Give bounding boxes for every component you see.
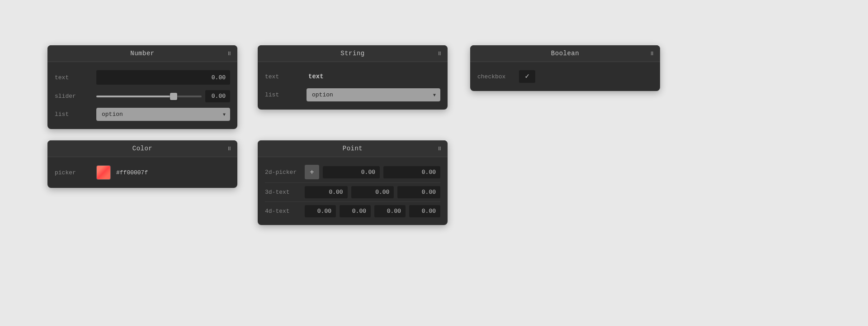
color-swatch[interactable] xyxy=(96,165,111,180)
color-hex-value: #ff00007f xyxy=(116,169,230,176)
boolean-card-title: Boolean xyxy=(551,50,579,57)
number-text-row: text 0.00 xyxy=(55,67,230,87)
number-card-icon: ⏸ xyxy=(226,50,232,57)
boolean-checkbox[interactable]: ✓ xyxy=(519,70,535,83)
color-card-body: picker #ff00007f xyxy=(47,157,237,188)
number-card-header: Number ⏸ xyxy=(47,45,237,62)
number-text-input-wrap[interactable]: 0.00 xyxy=(96,70,230,85)
point-card-icon: ⏸ xyxy=(437,145,442,152)
point-3d-y-input[interactable] xyxy=(351,186,394,198)
number-slider[interactable] xyxy=(96,96,202,97)
number-slider-label: slider xyxy=(55,93,91,100)
point-2d-label: 2d-picker xyxy=(265,169,301,176)
string-list-row: list option option2 option3 ▼ xyxy=(265,86,440,104)
color-card-header: Color ⏸ xyxy=(47,140,237,157)
string-list-label: list xyxy=(265,91,301,98)
boolean-card-header: Boolean ⏸ xyxy=(470,45,660,62)
point-2d-button[interactable]: + xyxy=(305,165,319,179)
string-card-title: String xyxy=(340,50,364,57)
number-card: Number ⏸ text 0.00 slider 0.00 xyxy=(47,45,237,129)
string-text-value: text xyxy=(307,70,440,83)
point-2d-x-input[interactable] xyxy=(323,166,380,178)
number-text-value: 0.00 xyxy=(212,74,226,81)
point-3d-row: 3d-text xyxy=(265,184,440,201)
point-4d-z-input[interactable] xyxy=(374,205,406,217)
string-card-body: text text list option option2 option3 ▼ xyxy=(258,62,448,110)
number-card-title: Number xyxy=(130,50,154,57)
boolean-checkbox-row: checkbox ✓ xyxy=(477,67,653,86)
string-list-dropdown-wrap: option option2 option3 ▼ xyxy=(307,88,440,101)
point-3d-z-input[interactable] xyxy=(397,186,440,198)
color-card: Color ⏸ picker #ff00007f xyxy=(47,140,237,188)
number-slider-value: 0.00 xyxy=(205,90,230,102)
boolean-card: Boolean ⏸ checkbox ✓ xyxy=(470,45,660,91)
point-3d-label: 3d-text xyxy=(265,189,301,196)
color-card-title: Color xyxy=(132,145,153,152)
number-card-body: text 0.00 slider 0.00 list optio xyxy=(47,62,237,129)
point-4d-w-input[interactable] xyxy=(409,205,440,217)
point-card: Point ⏸ 2d-picker + 3d-text 4d-text xyxy=(258,140,448,225)
color-picker-row: picker #ff00007f xyxy=(55,163,230,182)
point-2d-row: 2d-picker + xyxy=(265,163,440,182)
point-card-header: Point ⏸ xyxy=(258,140,448,157)
boolean-checkmark: ✓ xyxy=(525,73,529,80)
point-4d-x-input[interactable] xyxy=(305,205,336,217)
point-card-title: Point xyxy=(343,145,363,152)
number-slider-row: slider 0.00 xyxy=(55,87,230,105)
point-4d-y-input[interactable] xyxy=(340,205,371,217)
string-card-header: String ⏸ xyxy=(258,45,448,62)
string-text-label: text xyxy=(265,73,301,80)
number-list-label: list xyxy=(55,111,91,118)
boolean-card-icon: ⏸ xyxy=(649,50,655,57)
boolean-checkbox-label: checkbox xyxy=(477,73,514,80)
color-card-icon: ⏸ xyxy=(226,145,232,152)
string-card: String ⏸ text text list option option2 o… xyxy=(258,45,448,110)
string-card-icon: ⏸ xyxy=(437,50,442,57)
number-list-row: list option option2 option3 ▼ xyxy=(55,105,230,124)
point-card-body: 2d-picker + 3d-text 4d-text xyxy=(258,157,448,225)
point-4d-row: 4d-text xyxy=(265,203,440,220)
number-list-dropdown-wrap: option option2 option3 ▼ xyxy=(96,108,230,121)
string-list-select[interactable]: option option2 option3 xyxy=(307,88,440,101)
number-list-select[interactable]: option option2 option3 xyxy=(96,108,230,121)
string-text-row: text text xyxy=(265,67,440,86)
color-picker-label: picker xyxy=(55,169,91,176)
number-text-label: text xyxy=(55,74,91,81)
number-slider-wrap: 0.00 xyxy=(96,90,230,102)
point-4d-label: 4d-text xyxy=(265,208,301,215)
number-text-input[interactable] xyxy=(101,74,212,81)
boolean-card-body: checkbox ✓ xyxy=(470,62,660,91)
point-2d-y-input[interactable] xyxy=(383,166,440,178)
point-3d-x-input[interactable] xyxy=(305,186,348,198)
